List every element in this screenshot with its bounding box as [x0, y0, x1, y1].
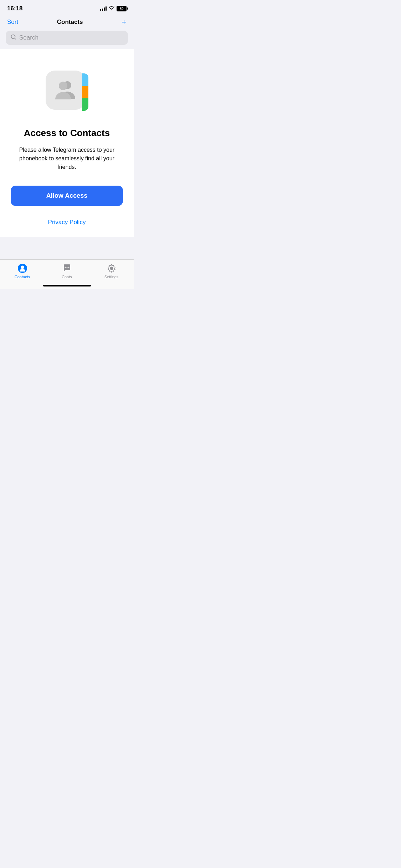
chats-tab-label: Chats	[62, 275, 72, 279]
contacts-app-icon	[46, 71, 88, 113]
main-content: Access to Contacts Please allow Telegram…	[0, 49, 134, 237]
svg-point-5	[21, 266, 24, 269]
contacts-tab-icon	[17, 263, 27, 273]
access-description: Please allow Telegram access to your pho…	[14, 146, 120, 171]
access-title: Access to Contacts	[24, 128, 110, 139]
privacy-policy-link[interactable]: Privacy Policy	[48, 219, 86, 226]
svg-point-7	[66, 267, 67, 268]
strip-green	[82, 98, 88, 111]
search-bar[interactable]: Search	[6, 31, 128, 45]
search-icon	[11, 34, 16, 41]
contacts-person-icon	[52, 77, 78, 104]
contacts-icon-background	[46, 71, 85, 110]
home-indicator	[43, 285, 91, 286]
contacts-tab-label: Contacts	[15, 275, 30, 279]
signal-bars-icon	[100, 6, 107, 11]
status-time: 16:18	[7, 5, 22, 12]
allow-access-button[interactable]: Allow Access	[11, 186, 123, 206]
strip-blue	[82, 73, 88, 86]
svg-point-6	[65, 267, 66, 268]
settings-tab-label: Settings	[104, 275, 119, 279]
search-container: Search	[0, 31, 134, 49]
svg-line-1	[15, 38, 16, 40]
search-input-placeholder: Search	[19, 34, 38, 41]
strip-orange	[82, 86, 88, 98]
wifi-icon	[109, 6, 114, 11]
settings-tab-icon	[107, 263, 117, 273]
battery-icon: 80	[117, 6, 127, 11]
nav-bar: Sort Contacts +	[0, 15, 134, 31]
contacts-icon-strip	[82, 73, 88, 111]
tab-settings[interactable]: Settings	[97, 263, 126, 279]
status-icons: 80	[100, 6, 127, 11]
tab-contacts[interactable]: Contacts	[8, 263, 37, 279]
sort-button[interactable]: Sort	[7, 19, 18, 26]
status-bar: 16:18 80	[0, 0, 134, 15]
tab-chats[interactable]: Chats	[53, 263, 81, 279]
chats-tab-icon	[62, 263, 72, 273]
svg-point-8	[68, 267, 69, 268]
svg-point-3	[59, 82, 67, 90]
add-contact-button[interactable]: +	[122, 18, 127, 26]
page-title: Contacts	[57, 19, 83, 26]
